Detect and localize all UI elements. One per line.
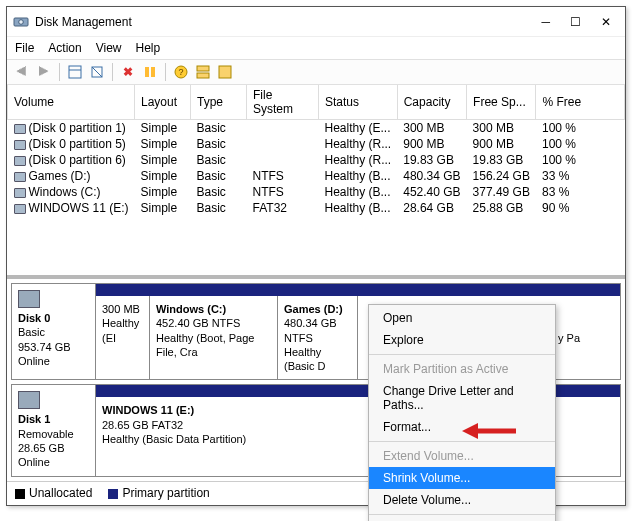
volume-icon	[14, 156, 26, 166]
partition[interactable]: Windows (C:) 452.40 GB NTFS Healthy (Boo…	[150, 296, 278, 379]
svg-point-1	[19, 19, 24, 24]
svg-rect-11	[219, 66, 231, 78]
refresh-icon[interactable]	[88, 63, 106, 81]
delete-icon[interactable]: ✖	[119, 63, 137, 81]
help-icon[interactable]: ?	[172, 63, 190, 81]
ctx-explore[interactable]: Explore	[369, 329, 555, 351]
toolbar: ⯇ ⯈ ✖ ?	[7, 59, 625, 85]
svg-rect-5	[145, 67, 149, 77]
legend-primary: Primary partition	[122, 486, 209, 500]
menu-file[interactable]: File	[15, 41, 34, 55]
svg-rect-10	[197, 73, 209, 78]
layout1-icon[interactable]	[194, 63, 212, 81]
volume-list[interactable]: Volume Layout Type File System Status Ca…	[7, 85, 625, 275]
ctx-mark-active: Mark Partition as Active	[369, 358, 555, 380]
disk-name: Disk 0	[18, 311, 89, 325]
col-pct[interactable]: % Free	[536, 85, 625, 120]
volume-icon	[14, 188, 26, 198]
col-type[interactable]: Type	[191, 85, 247, 120]
volume-icon	[14, 124, 26, 134]
forward-icon: ⯈	[35, 63, 53, 81]
col-layout[interactable]: Layout	[135, 85, 191, 120]
window-title: Disk Management	[35, 15, 541, 29]
disk-icon	[18, 391, 40, 409]
svg-rect-6	[151, 67, 155, 77]
disk-type: Basic	[18, 325, 89, 339]
views-icon[interactable]	[66, 63, 84, 81]
disk-size: 28.65 GB	[18, 441, 89, 455]
volume-icon	[14, 204, 26, 214]
menu-view[interactable]: View	[96, 41, 122, 55]
table-row[interactable]: (Disk 0 partition 6)SimpleBasicHealthy (…	[8, 152, 625, 168]
disk-0-header[interactable]: Disk 0 Basic 953.74 GB Online	[12, 284, 96, 379]
table-row[interactable]: (Disk 0 partition 1)SimpleBasicHealthy (…	[8, 120, 625, 137]
titlebar: Disk Management ─ ☐ ✕	[7, 7, 625, 37]
disk-type: Removable	[18, 427, 89, 441]
table-row[interactable]: Windows (C:)SimpleBasicNTFSHealthy (B...…	[8, 184, 625, 200]
svg-text:?: ?	[178, 67, 183, 77]
ctx-format[interactable]: Format...	[369, 416, 555, 438]
partition[interactable]: 300 MB Healthy (EI	[96, 296, 150, 379]
properties-icon[interactable]	[141, 63, 159, 81]
col-capacity[interactable]: Capacity	[397, 85, 466, 120]
ctx-shrink-volume[interactable]: Shrink Volume...	[369, 467, 555, 489]
volume-icon	[14, 172, 26, 182]
col-free[interactable]: Free Sp...	[467, 85, 536, 120]
ctx-delete-volume[interactable]: Delete Volume...	[369, 489, 555, 511]
disk-state: Online	[18, 455, 89, 469]
legend-unallocated: Unallocated	[29, 486, 92, 500]
disk-1-header[interactable]: Disk 1 Removable 28.65 GB Online	[12, 385, 96, 475]
minimize-button[interactable]: ─	[541, 16, 550, 28]
ctx-open[interactable]: Open	[369, 307, 555, 329]
layout2-icon[interactable]	[216, 63, 234, 81]
disk-name: Disk 1	[18, 412, 89, 426]
maximize-button[interactable]: ☐	[570, 16, 581, 28]
ctx-change-letter[interactable]: Change Drive Letter and Paths...	[369, 380, 555, 416]
menubar: File Action View Help	[7, 37, 625, 59]
col-fs[interactable]: File System	[247, 85, 319, 120]
partition-selected[interactable]: Games (D:) 480.34 GB NTFS Healthy (Basic…	[278, 296, 358, 379]
back-icon: ⯇	[13, 63, 31, 81]
disk-size: 953.74 GB	[18, 340, 89, 354]
app-icon	[13, 14, 29, 30]
menu-help[interactable]: Help	[136, 41, 161, 55]
disk-state: Online	[18, 354, 89, 368]
disk-icon	[18, 290, 40, 308]
volume-icon	[14, 140, 26, 150]
table-row[interactable]: WINDOWS 11 (E:)SimpleBasicFAT32Healthy (…	[8, 200, 625, 216]
ctx-extend-volume: Extend Volume...	[369, 445, 555, 467]
close-button[interactable]: ✕	[601, 16, 611, 28]
svg-rect-2	[69, 66, 81, 78]
table-row[interactable]: Games (D:)SimpleBasicNTFSHealthy (B...48…	[8, 168, 625, 184]
col-volume[interactable]: Volume	[8, 85, 135, 120]
menu-action[interactable]: Action	[48, 41, 81, 55]
col-status[interactable]: Status	[319, 85, 398, 120]
svg-rect-9	[197, 66, 209, 71]
context-menu: Open Explore Mark Partition as Active Ch…	[368, 304, 556, 521]
table-row[interactable]: (Disk 0 partition 5)SimpleBasicHealthy (…	[8, 136, 625, 152]
